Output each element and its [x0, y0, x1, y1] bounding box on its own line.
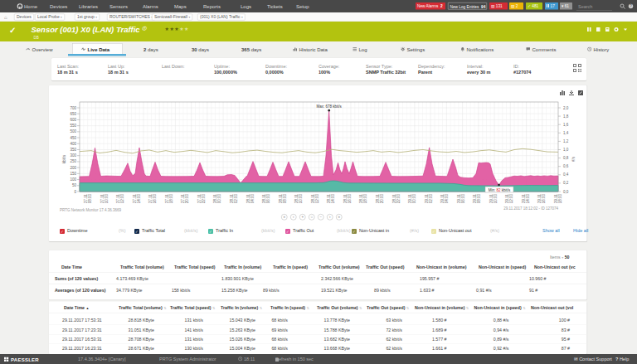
- svg-text:08:00: 08:00: [283, 194, 287, 204]
- svg-text:12:00: 12:00: [315, 194, 319, 204]
- svg-text:16:00: 16:00: [153, 194, 157, 204]
- svg-text:350: 350: [70, 148, 76, 152]
- svg-text:27.11: 27.11: [181, 194, 185, 203]
- svg-text:18:00: 18:00: [363, 194, 367, 204]
- svg-text:27.11: 27.11: [165, 194, 169, 203]
- svg-text:28.11: 28.11: [279, 194, 283, 203]
- svg-text:16:00: 16:00: [542, 194, 546, 204]
- svg-text:28.11: 28.11: [359, 194, 363, 203]
- svg-text:27.11: 27.11: [116, 194, 120, 203]
- svg-text:1,6: 1,6: [563, 123, 569, 127]
- svg-text:28.11: 28.11: [311, 194, 315, 203]
- svg-text:50: 50: [72, 183, 77, 187]
- svg-text:22:00: 22:00: [396, 194, 401, 204]
- svg-text:20:00: 20:00: [380, 194, 384, 204]
- svg-text:450: 450: [70, 136, 76, 140]
- svg-text:0,4: 0,4: [563, 172, 569, 177]
- svg-text:150: 150: [70, 172, 76, 176]
- svg-text:28.11: 28.11: [262, 194, 266, 203]
- svg-text:08:00: 08:00: [477, 194, 481, 204]
- svg-text:0,6: 0,6: [563, 164, 569, 168]
- svg-text:16:00: 16:00: [348, 194, 352, 204]
- svg-text:29.11: 29.11: [522, 194, 526, 203]
- svg-text:06:00: 06:00: [266, 194, 270, 204]
- svg-text:28.11: 28.11: [294, 194, 299, 203]
- svg-text:500: 500: [70, 129, 76, 133]
- svg-text:14:00: 14:00: [331, 194, 335, 204]
- svg-text:08:00: 08:00: [88, 194, 92, 204]
- svg-text:10:00: 10:00: [105, 194, 109, 204]
- svg-text:29.11: 29.11: [505, 194, 509, 203]
- svg-text:29.11: 29.11: [425, 194, 429, 203]
- svg-text:PRTG Network Monitor 17.4.36.3: PRTG Network Monitor 17.4.36.3669: [60, 208, 121, 212]
- svg-text:28.11: 28.11: [230, 194, 234, 203]
- svg-text:200: 200: [70, 166, 76, 170]
- svg-text:27.11: 27.11: [84, 194, 88, 203]
- svg-text:250: 250: [70, 159, 76, 163]
- svg-text:29.11: 29.11: [440, 194, 445, 203]
- svg-text:1,0: 1,0: [563, 148, 569, 152]
- svg-text:27.11: 27.11: [100, 194, 105, 203]
- svg-text:28.11: 28.11: [246, 194, 250, 203]
- svg-text:Max: 678 kbit/s: Max: 678 kbit/s: [317, 104, 343, 109]
- svg-text:28.11: 28.11: [376, 194, 380, 203]
- svg-text:10:00: 10:00: [299, 194, 303, 204]
- svg-text:Min: 82 kbit/s: Min: 82 kbit/s: [489, 188, 511, 192]
- svg-text:300: 300: [70, 153, 76, 158]
- svg-text:29.11: 29.11: [408, 194, 412, 203]
- svg-text:28.11: 28.11: [343, 194, 348, 203]
- svg-text:14:00: 14:00: [137, 194, 141, 204]
- svg-text:28.11: 28.11: [327, 194, 331, 203]
- svg-text:29.11: 29.11: [537, 194, 542, 203]
- svg-text:02:00: 02:00: [234, 194, 238, 204]
- svg-text:18:00: 18:00: [558, 194, 562, 204]
- svg-text:0,2: 0,2: [563, 181, 569, 185]
- svg-text:100: 100: [70, 177, 76, 182]
- svg-text:400: 400: [70, 142, 76, 146]
- svg-text:27.11: 27.11: [148, 194, 153, 203]
- svg-text:27.11: 27.11: [133, 194, 137, 203]
- svg-text:2,0: 2,0: [563, 106, 569, 110]
- svg-text:29.11: 29.11: [473, 194, 477, 203]
- svg-text:28.11: 28.11: [392, 194, 396, 203]
- svg-text:22:00: 22:00: [202, 194, 206, 204]
- svg-text:550: 550: [70, 124, 76, 128]
- svg-text:0,0: 0,0: [563, 190, 569, 194]
- svg-text:0: 0: [74, 190, 76, 194]
- svg-text:00:00: 00:00: [412, 194, 416, 204]
- svg-text:00:00: 00:00: [217, 194, 221, 204]
- svg-text:10:00: 10:00: [494, 194, 498, 204]
- svg-text:kbit/s: kbit/s: [62, 154, 66, 163]
- svg-text:27.11: 27.11: [197, 194, 202, 203]
- svg-text:12:00: 12:00: [120, 194, 124, 204]
- svg-text:12:00: 12:00: [509, 194, 513, 204]
- svg-text:29.11: 29.11: [554, 194, 558, 203]
- svg-text:0,8: 0,8: [563, 156, 569, 160]
- svg-text:29.11: 29.11: [457, 194, 461, 203]
- svg-text:04:00: 04:00: [445, 194, 449, 204]
- svg-text:29.11.2017 18:12:02 - ID 12707: 29.11.2017 18:12:02 - ID 127074: [503, 206, 558, 211]
- svg-text:700: 700: [70, 106, 76, 110]
- svg-text:06:00: 06:00: [461, 194, 465, 204]
- svg-text:1,2: 1,2: [563, 139, 569, 143]
- svg-text:1,4: 1,4: [563, 131, 569, 135]
- svg-text:14:00: 14:00: [526, 194, 530, 204]
- svg-text:04:00: 04:00: [250, 194, 255, 204]
- svg-text:29.11: 29.11: [489, 194, 494, 203]
- svg-text:650: 650: [70, 112, 76, 116]
- svg-text:#/s: #/s: [571, 156, 576, 162]
- svg-text:1,8: 1,8: [563, 114, 569, 119]
- svg-text:28.11: 28.11: [213, 194, 217, 203]
- svg-text:20:00: 20:00: [185, 194, 189, 204]
- svg-text:600: 600: [70, 118, 76, 122]
- svg-text:18:00: 18:00: [169, 194, 173, 204]
- svg-text:02:00: 02:00: [429, 194, 433, 204]
